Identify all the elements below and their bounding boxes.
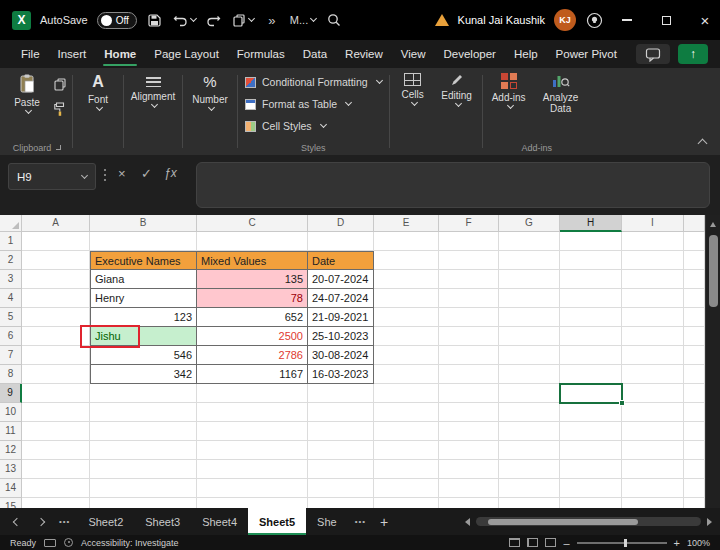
cell-F12[interactable] [439,441,499,460]
cells-button[interactable]: Cells [392,68,434,105]
cell-x9[interactable] [684,384,705,403]
row-header-1[interactable]: 1 [0,232,22,251]
sheet-tab-she[interactable]: She [306,508,348,535]
column-header-I[interactable]: I [622,215,684,232]
cell-I2[interactable] [622,251,684,270]
cell-F6[interactable] [439,327,499,346]
row-header-5[interactable]: 5 [0,308,22,327]
menu-tab-review[interactable]: Review [336,40,392,68]
cell-E6[interactable] [374,327,439,346]
column-header-H[interactable]: H [560,215,622,232]
cell-A7[interactable] [22,346,90,365]
cell-A2[interactable] [22,251,90,270]
paste-button[interactable]: Paste [4,68,50,113]
maximize-button[interactable] [651,0,681,40]
row-header-4[interactable]: 4 [0,289,22,308]
accessibility-icon[interactable] [64,538,73,547]
cell-E9[interactable] [374,384,439,403]
cell-A15[interactable] [22,498,90,508]
cell-x11[interactable] [684,422,705,441]
analyze-data-button[interactable]: Analyze Data [533,68,589,114]
cell-B3[interactable]: Giana [90,270,197,289]
row-header-6[interactable]: 6 [0,327,22,346]
cell-D14[interactable] [308,479,374,498]
cell-F13[interactable] [439,460,499,479]
cell-E15[interactable] [374,498,439,508]
redo-button[interactable] [205,7,223,33]
cell-G14[interactable] [499,479,560,498]
menu-tab-page-layout[interactable]: Page Layout [145,40,228,68]
cell-E11[interactable] [374,422,439,441]
cell-B8[interactable]: 342 [90,365,197,384]
cell-G5[interactable] [499,308,560,327]
hidden-sheets-dots-icon[interactable]: ••• [54,508,75,535]
quick-access-overflow-button[interactable]: » [263,7,281,33]
cell-H6[interactable] [560,327,622,346]
cell-I4[interactable] [622,289,684,308]
cell-C6[interactable]: 2500 [197,327,308,346]
excel-logo-icon[interactable]: X [12,11,31,30]
cell-B6[interactable]: Jishu [90,327,197,346]
search-button[interactable] [325,7,343,33]
cell-C15[interactable] [197,498,308,508]
cell-H8[interactable] [560,365,622,384]
cell-B2[interactable]: Executive Names [90,251,197,270]
vertical-scroll-thumb[interactable] [709,235,718,307]
format-as-table-button[interactable]: Format as Table [240,93,387,115]
cell-x7[interactable] [684,346,705,365]
cell-F1[interactable] [439,232,499,251]
fill-handle[interactable] [619,400,625,406]
row-header-15[interactable]: 15 [0,498,22,508]
cell-C12[interactable] [197,441,308,460]
horizontal-scrollbar[interactable] [465,508,714,535]
cell-G10[interactable] [499,403,560,422]
clipboard-dialog-launcher-icon[interactable] [56,145,61,150]
copy-small-button[interactable] [53,77,67,91]
cell-F10[interactable] [439,403,499,422]
cell-C8[interactable]: 1167 [197,365,308,384]
cell-x5[interactable] [684,308,705,327]
menu-tab-home[interactable]: Home [95,40,145,68]
enter-button[interactable]: ✓ [141,166,152,181]
scroll-up-arrow-icon[interactable] [710,222,716,227]
cell-I6[interactable] [622,327,684,346]
cell-H2[interactable] [560,251,622,270]
cell-I7[interactable] [622,346,684,365]
cell-F9[interactable] [439,384,499,403]
menu-tab-data[interactable]: Data [294,40,336,68]
cell-G4[interactable] [499,289,560,308]
cell-B13[interactable] [90,460,197,479]
zoom-slider-thumb[interactable] [624,539,627,547]
cell-E3[interactable] [374,270,439,289]
cell-B15[interactable] [90,498,197,508]
cell-E14[interactable] [374,479,439,498]
number-button[interactable]: % Number [185,68,235,110]
cell-C7[interactable]: 2786 [197,346,308,365]
cell-F8[interactable] [439,365,499,384]
column-header-partial[interactable] [684,215,705,232]
autosave-toggle[interactable]: Off [97,12,137,29]
cell-E1[interactable] [374,232,439,251]
close-button[interactable]: × [690,0,720,40]
cell-E7[interactable] [374,346,439,365]
cell-G13[interactable] [499,460,560,479]
cell-x4[interactable] [684,289,705,308]
row-header-14[interactable]: 14 [0,479,22,498]
cell-E10[interactable] [374,403,439,422]
cell-H4[interactable] [560,289,622,308]
cell-E13[interactable] [374,460,439,479]
cell-E8[interactable] [374,365,439,384]
menu-tab-power-pivot[interactable]: Power Pivot [547,40,626,68]
column-header-B[interactable]: B [90,215,197,232]
cell-B10[interactable] [90,403,197,422]
cell-E12[interactable] [374,441,439,460]
cell-x12[interactable] [684,441,705,460]
copilot-button[interactable] [585,7,603,33]
cell-D13[interactable] [308,460,374,479]
accessibility-status[interactable]: Accessibility: Investigate [81,538,179,548]
cell-A14[interactable] [22,479,90,498]
row-header-8[interactable]: 8 [0,365,22,384]
cell-C10[interactable] [197,403,308,422]
cell-H1[interactable] [560,232,622,251]
cell-I15[interactable] [622,498,684,508]
